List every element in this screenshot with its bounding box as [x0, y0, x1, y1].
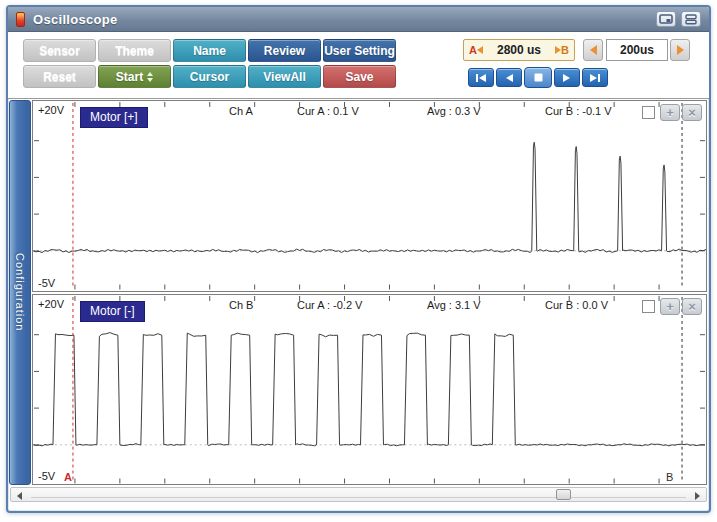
sensor-button-label: Sensor — [39, 44, 80, 58]
layout-toggle-button[interactable] — [681, 11, 701, 27]
scrollbar-track — [31, 497, 686, 498]
cursor-a-marker[interactable]: A — [64, 471, 72, 483]
playback-controls — [468, 67, 608, 88]
channel-b-cursor-a-readout: Cur A : -0.2 V — [297, 299, 362, 311]
configuration-tab-label: Configuration — [14, 253, 26, 331]
channel-a-avg-readout: Avg : 0.3 V — [427, 105, 481, 117]
user-setting-button-label: User Setting — [324, 44, 395, 58]
channel-a-checkbox[interactable] — [642, 106, 655, 119]
channel-b-name: Ch B — [229, 299, 253, 311]
name-button[interactable]: Name — [173, 39, 246, 62]
cursor-b-marker[interactable]: B — [666, 471, 673, 483]
channel-b-cursor-b-readout: Cur B : 0.0 V — [545, 299, 608, 311]
theme-button[interactable]: Theme — [98, 39, 171, 62]
play-icon — [562, 73, 572, 83]
start-spinner[interactable] — [147, 72, 153, 82]
channel-b-close-button[interactable]: × — [682, 298, 702, 315]
reset-button[interactable]: Reset — [23, 65, 96, 88]
capture-window-button[interactable] — [656, 11, 676, 27]
start-button-label: Start — [116, 70, 143, 84]
save-button-label: Save — [345, 70, 373, 84]
skip-to-end-button[interactable] — [582, 68, 608, 87]
channel-a-close-button[interactable]: × — [682, 104, 702, 121]
stop-icon — [534, 73, 543, 82]
reset-button-label: Reset — [43, 70, 76, 84]
scroll-left-icon[interactable] — [17, 492, 22, 500]
timebase-decrease-button[interactable] — [583, 39, 603, 61]
skip-to-start-button[interactable] — [468, 68, 494, 87]
channel-a-vmin-label: -5V — [38, 277, 55, 289]
horizontal-scrollbar[interactable] — [10, 487, 707, 502]
titlebar[interactable]: Oscilloscope — [8, 7, 709, 32]
channel-b-waveform — [33, 295, 706, 485]
skip-end-icon — [589, 73, 601, 83]
channel-b-vmin-label: -5V — [38, 470, 55, 482]
user-setting-button[interactable]: User Setting — [323, 39, 396, 62]
main-area: Configuration +20V Motor [+] Ch A Cur A … — [8, 98, 709, 485]
spinner-up-icon — [147, 72, 153, 76]
channel-b-avg-readout: Avg : 3.1 V — [427, 299, 481, 311]
theme-button-label: Theme — [115, 44, 154, 58]
channel-a-cursor-a-readout: Cur A : 0.1 V — [297, 105, 359, 117]
configuration-tab[interactable]: Configuration — [9, 100, 31, 485]
channel-b-zoom-button[interactable]: + — [660, 298, 680, 315]
play-button[interactable] — [554, 68, 580, 87]
step-back-button[interactable] — [496, 68, 522, 87]
review-button[interactable]: Review — [248, 39, 321, 62]
save-button[interactable]: Save — [323, 65, 396, 88]
ab-interval-value: 2800 us — [483, 43, 555, 57]
channel-a-panel: +20V Motor [+] Ch A Cur A : 0.1 V Avg : … — [32, 100, 707, 292]
monitor-icon — [659, 14, 673, 25]
cursor-b-tag: B — [561, 44, 569, 56]
cursor-a-tag: A — [469, 44, 477, 56]
skip-start-icon — [475, 73, 487, 83]
cursor-button[interactable]: Cursor — [173, 65, 246, 88]
channel-b-tag[interactable]: Motor [-] — [80, 301, 145, 322]
channel-b-vmax-label: +20V — [38, 298, 64, 310]
viewall-button-label: ViewAll — [263, 70, 305, 84]
viewall-button[interactable]: ViewAll — [248, 65, 321, 88]
channel-a-cursor-b-readout: Cur B : -0.1 V — [545, 105, 612, 117]
channel-a-zoom-button[interactable]: + — [660, 104, 680, 121]
back-icon — [504, 73, 514, 83]
toolbar: Sensor Theme Name Review User Setting Re… — [8, 32, 709, 98]
stop-button[interactable] — [524, 67, 552, 88]
cursor-button-label: Cursor — [190, 70, 229, 84]
channel-b-panel: +20V Motor [-] Ch B Cur A : -0.2 V Avg :… — [32, 294, 707, 486]
channel-b-checkbox[interactable] — [642, 300, 655, 313]
scrollbar-thumb[interactable] — [556, 489, 571, 500]
name-button-label: Name — [193, 44, 226, 58]
channel-a-tag[interactable]: Motor [+] — [80, 107, 148, 128]
scroll-right-icon[interactable] — [695, 492, 700, 500]
stacked-bars-icon — [685, 14, 697, 25]
timebase-value: 200us — [620, 43, 654, 57]
spinner-down-icon — [147, 78, 153, 82]
channel-a-name: Ch A — [229, 105, 253, 117]
right-arrow-icon — [677, 45, 684, 55]
channel-a-waveform — [33, 101, 706, 291]
left-arrow-icon — [590, 45, 597, 55]
window-title: Oscilloscope — [33, 12, 118, 27]
review-button-label: Review — [264, 44, 305, 58]
channel-a-vmax-label: +20V — [38, 104, 64, 116]
oscilloscope-window: Oscilloscope Sensor Theme Name Review Us — [6, 5, 711, 513]
sensor-button[interactable]: Sensor — [23, 39, 96, 62]
ab-interval-field: A 2800 us B — [463, 39, 575, 61]
start-button[interactable]: Start — [98, 65, 171, 88]
app-icon — [16, 12, 25, 27]
timebase-increase-button[interactable] — [670, 39, 690, 61]
timebase-field[interactable]: 200us — [606, 39, 668, 61]
